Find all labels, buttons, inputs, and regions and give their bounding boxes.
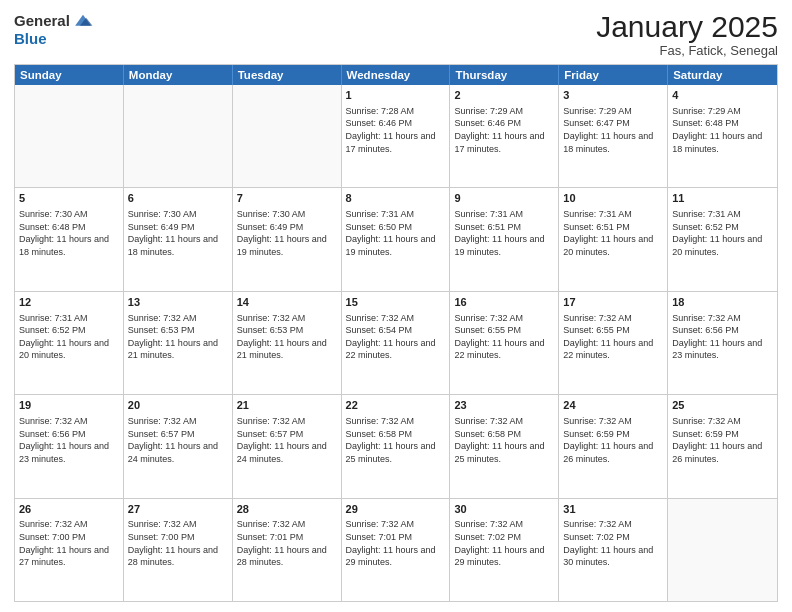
day-number: 15 — [346, 295, 446, 310]
cal-cell-1: 1Sunrise: 7:28 AM Sunset: 6:46 PM Daylig… — [342, 85, 451, 187]
cell-text: Sunrise: 7:29 AM Sunset: 6:47 PM Dayligh… — [563, 105, 663, 155]
header-wednesday: Wednesday — [342, 65, 451, 85]
day-number: 13 — [128, 295, 228, 310]
cell-text: Sunrise: 7:28 AM Sunset: 6:46 PM Dayligh… — [346, 105, 446, 155]
cell-text: Sunrise: 7:32 AM Sunset: 6:56 PM Dayligh… — [672, 312, 773, 362]
cell-text: Sunrise: 7:29 AM Sunset: 6:46 PM Dayligh… — [454, 105, 554, 155]
day-number: 11 — [672, 191, 773, 206]
cal-cell-26: 26Sunrise: 7:32 AM Sunset: 7:00 PM Dayli… — [15, 499, 124, 601]
day-number: 7 — [237, 191, 337, 206]
title-block: January 2025 Fas, Fatick, Senegal — [596, 10, 778, 58]
cal-cell-15: 15Sunrise: 7:32 AM Sunset: 6:54 PM Dayli… — [342, 292, 451, 394]
day-number: 25 — [672, 398, 773, 413]
header-saturday: Saturday — [668, 65, 777, 85]
day-number: 19 — [19, 398, 119, 413]
logo-general-text: General — [14, 12, 70, 30]
cal-cell-5: 5Sunrise: 7:30 AM Sunset: 6:48 PM Daylig… — [15, 188, 124, 290]
cell-text: Sunrise: 7:32 AM Sunset: 6:59 PM Dayligh… — [563, 415, 663, 465]
cell-text: Sunrise: 7:32 AM Sunset: 7:00 PM Dayligh… — [19, 518, 119, 568]
day-number: 23 — [454, 398, 554, 413]
cal-cell-empty-0-1 — [124, 85, 233, 187]
header: General Blue January 2025 Fas, Fatick, S… — [14, 10, 778, 58]
cell-text: Sunrise: 7:32 AM Sunset: 6:57 PM Dayligh… — [237, 415, 337, 465]
cal-cell-7: 7Sunrise: 7:30 AM Sunset: 6:49 PM Daylig… — [233, 188, 342, 290]
header-tuesday: Tuesday — [233, 65, 342, 85]
day-number: 6 — [128, 191, 228, 206]
calendar: Sunday Monday Tuesday Wednesday Thursday… — [14, 64, 778, 602]
cell-text: Sunrise: 7:30 AM Sunset: 6:49 PM Dayligh… — [237, 208, 337, 258]
cal-cell-18: 18Sunrise: 7:32 AM Sunset: 6:56 PM Dayli… — [668, 292, 777, 394]
day-number: 30 — [454, 502, 554, 517]
day-number: 12 — [19, 295, 119, 310]
month-title: January 2025 — [596, 10, 778, 43]
cal-row-3: 12Sunrise: 7:31 AM Sunset: 6:52 PM Dayli… — [15, 291, 777, 394]
cal-cell-13: 13Sunrise: 7:32 AM Sunset: 6:53 PM Dayli… — [124, 292, 233, 394]
cal-cell-23: 23Sunrise: 7:32 AM Sunset: 6:58 PM Dayli… — [450, 395, 559, 497]
cell-text: Sunrise: 7:32 AM Sunset: 6:53 PM Dayligh… — [237, 312, 337, 362]
cell-text: Sunrise: 7:31 AM Sunset: 6:51 PM Dayligh… — [454, 208, 554, 258]
cell-text: Sunrise: 7:32 AM Sunset: 7:01 PM Dayligh… — [237, 518, 337, 568]
cell-text: Sunrise: 7:31 AM Sunset: 6:52 PM Dayligh… — [672, 208, 773, 258]
day-number: 29 — [346, 502, 446, 517]
cell-text: Sunrise: 7:32 AM Sunset: 7:02 PM Dayligh… — [454, 518, 554, 568]
day-number: 5 — [19, 191, 119, 206]
day-number: 4 — [672, 88, 773, 103]
cal-cell-22: 22Sunrise: 7:32 AM Sunset: 6:58 PM Dayli… — [342, 395, 451, 497]
day-number: 10 — [563, 191, 663, 206]
cell-text: Sunrise: 7:31 AM Sunset: 6:51 PM Dayligh… — [563, 208, 663, 258]
day-number: 31 — [563, 502, 663, 517]
cell-text: Sunrise: 7:32 AM Sunset: 7:01 PM Dayligh… — [346, 518, 446, 568]
cell-text: Sunrise: 7:32 AM Sunset: 7:00 PM Dayligh… — [128, 518, 228, 568]
day-number: 8 — [346, 191, 446, 206]
day-number: 28 — [237, 502, 337, 517]
cell-text: Sunrise: 7:32 AM Sunset: 6:59 PM Dayligh… — [672, 415, 773, 465]
cal-cell-29: 29Sunrise: 7:32 AM Sunset: 7:01 PM Dayli… — [342, 499, 451, 601]
page: General Blue January 2025 Fas, Fatick, S… — [0, 0, 792, 612]
cal-cell-31: 31Sunrise: 7:32 AM Sunset: 7:02 PM Dayli… — [559, 499, 668, 601]
cal-cell-19: 19Sunrise: 7:32 AM Sunset: 6:56 PM Dayli… — [15, 395, 124, 497]
cal-row-5: 26Sunrise: 7:32 AM Sunset: 7:00 PM Dayli… — [15, 498, 777, 601]
cal-cell-24: 24Sunrise: 7:32 AM Sunset: 6:59 PM Dayli… — [559, 395, 668, 497]
cal-cell-empty-4-6 — [668, 499, 777, 601]
cal-cell-16: 16Sunrise: 7:32 AM Sunset: 6:55 PM Dayli… — [450, 292, 559, 394]
day-number: 27 — [128, 502, 228, 517]
day-number: 26 — [19, 502, 119, 517]
cal-row-2: 5Sunrise: 7:30 AM Sunset: 6:48 PM Daylig… — [15, 187, 777, 290]
cell-text: Sunrise: 7:32 AM Sunset: 6:54 PM Dayligh… — [346, 312, 446, 362]
cal-cell-20: 20Sunrise: 7:32 AM Sunset: 6:57 PM Dayli… — [124, 395, 233, 497]
cal-cell-14: 14Sunrise: 7:32 AM Sunset: 6:53 PM Dayli… — [233, 292, 342, 394]
header-friday: Friday — [559, 65, 668, 85]
cell-text: Sunrise: 7:32 AM Sunset: 6:53 PM Dayligh… — [128, 312, 228, 362]
logo-icon — [72, 10, 94, 32]
cal-cell-3: 3Sunrise: 7:29 AM Sunset: 6:47 PM Daylig… — [559, 85, 668, 187]
cal-cell-4: 4Sunrise: 7:29 AM Sunset: 6:48 PM Daylig… — [668, 85, 777, 187]
header-monday: Monday — [124, 65, 233, 85]
cal-cell-10: 10Sunrise: 7:31 AM Sunset: 6:51 PM Dayli… — [559, 188, 668, 290]
cell-text: Sunrise: 7:31 AM Sunset: 6:52 PM Dayligh… — [19, 312, 119, 362]
cell-text: Sunrise: 7:31 AM Sunset: 6:50 PM Dayligh… — [346, 208, 446, 258]
day-number: 16 — [454, 295, 554, 310]
cal-cell-11: 11Sunrise: 7:31 AM Sunset: 6:52 PM Dayli… — [668, 188, 777, 290]
cell-text: Sunrise: 7:32 AM Sunset: 6:58 PM Dayligh… — [454, 415, 554, 465]
cell-text: Sunrise: 7:32 AM Sunset: 6:56 PM Dayligh… — [19, 415, 119, 465]
cal-cell-6: 6Sunrise: 7:30 AM Sunset: 6:49 PM Daylig… — [124, 188, 233, 290]
cal-cell-empty-0-2 — [233, 85, 342, 187]
cal-cell-8: 8Sunrise: 7:31 AM Sunset: 6:50 PM Daylig… — [342, 188, 451, 290]
cell-text: Sunrise: 7:32 AM Sunset: 7:02 PM Dayligh… — [563, 518, 663, 568]
cal-cell-17: 17Sunrise: 7:32 AM Sunset: 6:55 PM Dayli… — [559, 292, 668, 394]
day-number: 14 — [237, 295, 337, 310]
cal-row-4: 19Sunrise: 7:32 AM Sunset: 6:56 PM Dayli… — [15, 394, 777, 497]
day-number: 21 — [237, 398, 337, 413]
logo-blue-text: Blue — [14, 30, 47, 48]
cal-cell-25: 25Sunrise: 7:32 AM Sunset: 6:59 PM Dayli… — [668, 395, 777, 497]
location: Fas, Fatick, Senegal — [596, 43, 778, 58]
cal-cell-28: 28Sunrise: 7:32 AM Sunset: 7:01 PM Dayli… — [233, 499, 342, 601]
cal-cell-30: 30Sunrise: 7:32 AM Sunset: 7:02 PM Dayli… — [450, 499, 559, 601]
calendar-header: Sunday Monday Tuesday Wednesday Thursday… — [15, 65, 777, 85]
header-sunday: Sunday — [15, 65, 124, 85]
day-number: 2 — [454, 88, 554, 103]
day-number: 1 — [346, 88, 446, 103]
cell-text: Sunrise: 7:29 AM Sunset: 6:48 PM Dayligh… — [672, 105, 773, 155]
day-number: 22 — [346, 398, 446, 413]
cell-text: Sunrise: 7:32 AM Sunset: 6:58 PM Dayligh… — [346, 415, 446, 465]
